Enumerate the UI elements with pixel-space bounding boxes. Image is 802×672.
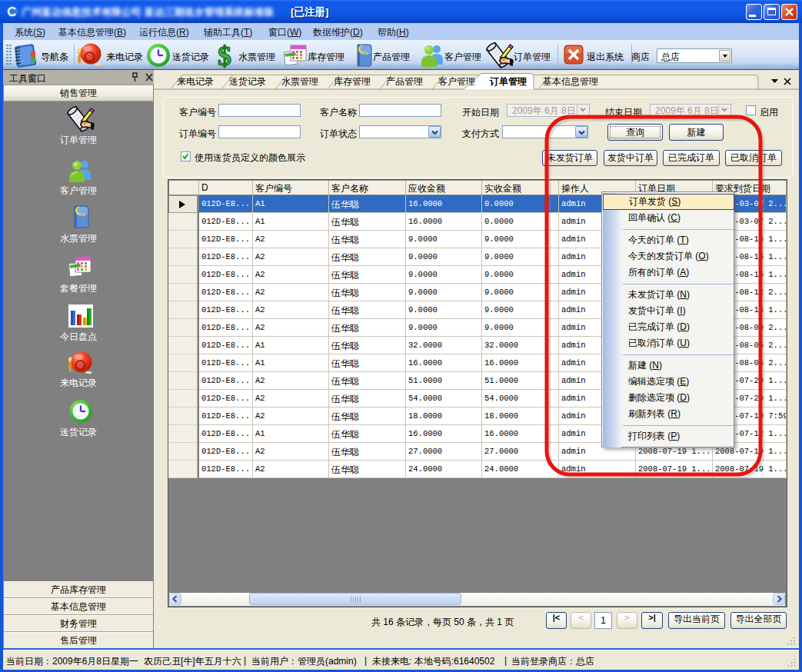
svg-text:$: $ <box>218 42 231 68</box>
svg-text:送货记录: 送货记录 <box>229 76 266 87</box>
svg-text:基本信息管理: 基本信息管理 <box>543 76 598 87</box>
svg-text:客户管理: 客户管理 <box>438 76 475 87</box>
svg-text:产品管理: 产品管理 <box>386 76 423 87</box>
svg-text:来电记录: 来电记录 <box>177 76 214 87</box>
svg-text:库存管理: 库存管理 <box>334 76 371 87</box>
svg-text:订单管理: 订单管理 <box>489 76 527 87</box>
svg-text:水票管理: 水票管理 <box>281 76 318 87</box>
